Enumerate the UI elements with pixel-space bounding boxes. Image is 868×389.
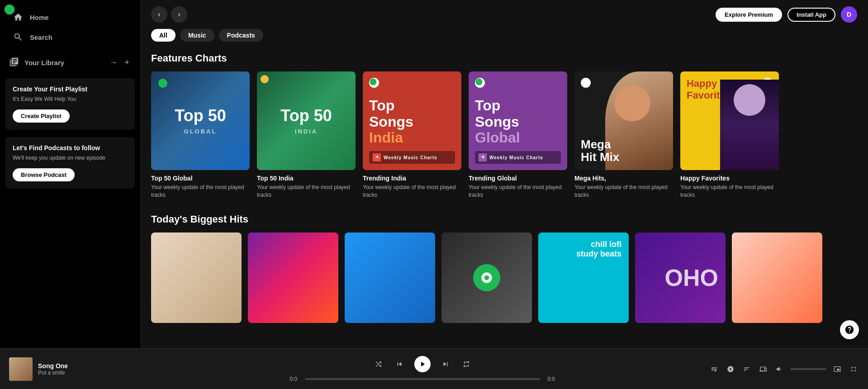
time-total: 0:0 <box>545 376 558 382</box>
next-button[interactable] <box>440 358 451 370</box>
library-icon <box>9 57 19 68</box>
card-mega-hit-desc: Your weekly update of the most played tr… <box>574 184 673 199</box>
nav-forward-button[interactable]: › <box>171 6 187 23</box>
card-top50-india-name: Top 50 India <box>257 175 356 182</box>
top50-global-label: Top 50 <box>175 107 226 125</box>
hit-card-7[interactable] <box>732 232 822 323</box>
player-track-artist: Put a smile <box>38 370 68 376</box>
lyrics-button[interactable] <box>725 364 736 375</box>
podcast-card: Let's Find Podcasts to follow We'll keep… <box>5 137 135 189</box>
player-thumbnail <box>9 357 33 381</box>
player-bar: Song One Put a smile 0:0 <box>0 348 868 389</box>
nav-back-button[interactable]: ‹ <box>151 6 167 23</box>
sidebar-nav: Home Search <box>0 7 140 47</box>
featured-charts-title: Features Charts <box>151 52 857 64</box>
sidebar-item-search[interactable]: Search <box>7 27 133 47</box>
card-trending-india-name: Trending India <box>363 175 461 182</box>
devices-button[interactable] <box>758 364 768 375</box>
card-top50-india-desc: Your weekly update of the most played tr… <box>257 184 356 199</box>
top50-india-label: Top 50 <box>280 107 332 125</box>
volume-button[interactable] <box>774 364 785 375</box>
library-text: Your Library <box>24 59 64 66</box>
svg-point-1 <box>476 79 483 85</box>
card-top50-global-name: Top 50 Global <box>151 175 250 182</box>
hit-card-6[interactable]: OHO <box>635 232 726 323</box>
filter-podcasts-button[interactable]: Podcasts <box>219 29 263 42</box>
card-top50-global[interactable]: Top 50 GLOBAL Top 50 Global Your weekly … <box>151 71 250 199</box>
player-controls <box>373 356 472 372</box>
progress-track[interactable] <box>305 378 540 380</box>
fullscreen-button[interactable] <box>848 364 859 375</box>
main-content: ‹ › Explore Premium Install App D All Mu… <box>140 0 868 348</box>
hit-card-3[interactable] <box>345 232 435 323</box>
library-arrow-btn[interactable]: → <box>107 56 119 69</box>
create-playlist-card: Create Your First Playlist It's Easy We … <box>5 78 135 130</box>
topbar: ‹ › Explore Premium Install App D <box>140 0 868 29</box>
filter-all-button[interactable]: All <box>151 29 175 42</box>
library-add-btn[interactable]: + <box>123 56 131 69</box>
card-trending-global-desc: Your weekly update of the most played tr… <box>469 184 567 199</box>
featured-charts-row: Top 50 GLOBAL Top 50 Global Your weekly … <box>151 71 857 199</box>
prev-button[interactable] <box>394 358 405 370</box>
player-center: 0:0 0:0 <box>145 356 700 382</box>
chat-bubble[interactable] <box>840 320 859 339</box>
explore-premium-button[interactable]: Explore Premium <box>716 8 782 22</box>
create-playlist-desc: It's Easy We Will Help You <box>13 95 128 103</box>
card-mega-hit-name: Mega Hits, <box>574 175 673 182</box>
repeat-button[interactable] <box>460 358 472 370</box>
home-icon <box>13 12 24 23</box>
shuffle-button[interactable] <box>373 358 384 370</box>
card-trending-india-desc: Your weekly update of the most played tr… <box>363 184 461 199</box>
sidebar-home-label: Home <box>30 14 49 21</box>
card-trending-global-name: Trending Global <box>469 175 567 182</box>
topbar-nav-arrows: ‹ › <box>151 6 187 23</box>
player-right-controls <box>709 364 859 375</box>
oho-text: OHO <box>665 264 718 291</box>
trending-global-badge: Weekly Music Charts <box>489 155 543 160</box>
install-app-button[interactable]: Install App <box>787 8 835 22</box>
podcast-card-title: Let's Find Podcasts to follow <box>13 144 128 152</box>
sidebar: Home Search Your Library → + Crea <box>0 0 140 348</box>
trending-global-arrow-icon <box>479 153 487 161</box>
hits-row: chill lofistudy beats OHO <box>151 232 857 323</box>
hit-card-2[interactable] <box>248 232 338 323</box>
miniplayer-button[interactable] <box>832 364 843 375</box>
playlist-button[interactable] <box>741 364 752 375</box>
topbar-right: Explore Premium Install App D <box>716 6 857 23</box>
card-top50-india[interactable]: Top 50 INDIA Top 50 India Your weekly up… <box>257 71 356 199</box>
filter-music-button[interactable]: Music <box>180 29 214 42</box>
create-playlist-title: Create Your First Playlist <box>13 85 128 93</box>
card-happy-fav[interactable]: HappyFavorites Happy Favorites Your week… <box>680 71 779 199</box>
card-mega-hit[interactable]: MegaHit Mix Mega Hits, Your weekly updat… <box>574 71 673 199</box>
card-trending-india[interactable]: TopSongsIndia Weekly Music Charts Trendi… <box>363 71 461 199</box>
time-current: 0:0 <box>287 376 300 382</box>
browse-podcast-button[interactable]: Browse Podcast <box>13 168 75 181</box>
chill-lofi-text: chill lofistudy beats <box>576 240 621 259</box>
hit-card-5[interactable]: chill lofistudy beats <box>538 232 629 323</box>
queue-button[interactable] <box>709 364 720 375</box>
hit-card-1[interactable] <box>151 232 242 323</box>
library-label[interactable]: Your Library <box>9 57 102 68</box>
filter-bar: All Music Podcasts <box>140 29 868 49</box>
global-sublabel: GLOBAL <box>184 128 217 135</box>
user-avatar[interactable]: D <box>841 6 857 23</box>
card-trending-global[interactable]: TopSongsGlobal Weekly Music Charts Trend… <box>469 71 567 199</box>
card-happy-fav-desc: Your weekly update of the most played tr… <box>680 184 779 199</box>
biggest-hits-title: Today's Biggest Hits <box>151 213 857 225</box>
trending-india-arrow-icon <box>373 153 381 161</box>
search-icon <box>13 32 24 43</box>
volume-track[interactable] <box>790 368 826 370</box>
sidebar-item-home[interactable]: Home <box>7 7 133 27</box>
podcast-card-desc: We'll keep you update on new episode <box>13 154 128 162</box>
player-track-info: Song One Put a smile <box>9 357 136 381</box>
create-playlist-button[interactable]: Create Playlist <box>13 109 70 123</box>
library-header: Your Library → + <box>0 51 140 75</box>
player-track-name: Song One <box>38 362 68 370</box>
play-pause-button[interactable] <box>414 356 431 372</box>
card-top50-global-desc: Your weekly update of the most played tr… <box>151 184 250 199</box>
sidebar-search-label: Search <box>30 33 52 41</box>
hit-card-4[interactable] <box>441 232 532 323</box>
trending-india-badge: Weekly Music Charts <box>384 155 437 160</box>
svg-point-0 <box>370 79 377 85</box>
mega-hit-text: MegaHit Mix <box>581 138 619 164</box>
